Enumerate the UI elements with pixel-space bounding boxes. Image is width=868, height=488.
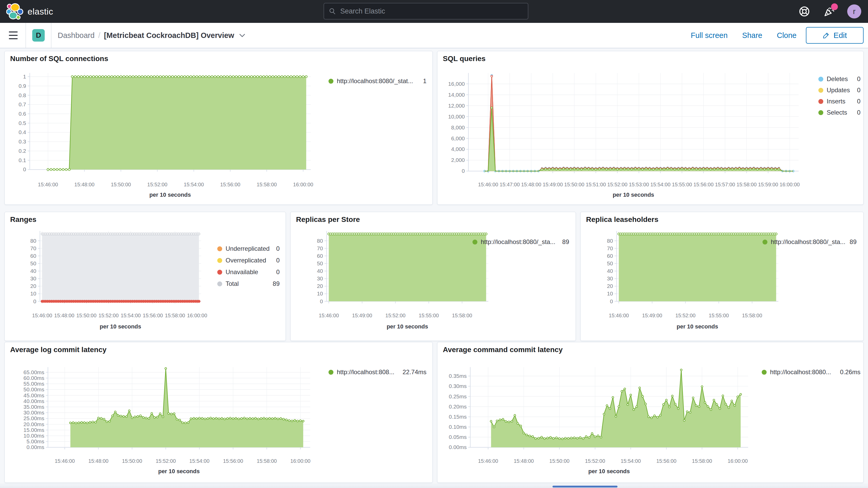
pencil-icon [823, 32, 830, 39]
legend-swatch [762, 370, 767, 375]
svg-text:30: 30 [30, 275, 36, 281]
svg-text:35.00ms: 35.00ms [23, 404, 44, 410]
svg-text:0.20ms: 0.20ms [449, 403, 467, 409]
global-search[interactable] [323, 3, 528, 20]
legend-label: Unavailable [225, 268, 258, 276]
svg-text:15:52:00: 15:52:00 [675, 313, 696, 318]
legend-value: 0 [276, 245, 280, 252]
svg-text:15:58:00: 15:58:00 [737, 182, 757, 187]
panel-command-commit-latency: Average command commit latency 15:46:001… [437, 342, 864, 483]
clone-button[interactable]: Clone [777, 31, 797, 40]
share-button[interactable]: Share [742, 31, 762, 40]
svg-text:40: 40 [30, 268, 36, 274]
svg-text:0.5: 0.5 [19, 120, 26, 126]
legend-item[interactable]: http://localhost:8080/_sta...89 [472, 238, 569, 246]
svg-text:0.35ms: 0.35ms [449, 373, 467, 379]
legend-item[interactable]: Deletes0 [818, 75, 861, 83]
svg-text:per 10 seconds: per 10 seconds [149, 191, 191, 198]
legend-item[interactable]: Selects0 [818, 109, 861, 116]
legend-swatch [329, 370, 334, 375]
svg-text:16:00:00: 16:00:00 [780, 182, 800, 187]
svg-text:15:49:00: 15:49:00 [542, 182, 563, 187]
replicas-per-store-chart[interactable]: 15:46:0015:49:0015:52:0015:55:0015:58:00… [290, 212, 576, 341]
legend-item[interactable]: http://localhost:8080/_stat...1 [329, 77, 427, 85]
newsfeed-button[interactable] [822, 4, 836, 19]
legend-value: 0 [276, 257, 280, 264]
svg-text:50: 50 [30, 261, 36, 266]
svg-text:15:58:00: 15:58:00 [256, 182, 277, 187]
svg-text:16:00:00: 16:00:00 [187, 313, 207, 318]
sql-queries-chart[interactable]: 15:46:0015:47:0015:48:0015:49:0015:50:00… [437, 51, 863, 205]
legend-label: Updates [827, 87, 850, 94]
legend-item[interactable]: Inserts0 [818, 97, 861, 105]
svg-text:15:57:00: 15:57:00 [715, 182, 735, 187]
legend-label: http://localhost:8080/_stat... [337, 78, 413, 85]
search-input[interactable] [340, 7, 523, 16]
svg-text:60: 60 [317, 253, 323, 259]
legend-swatch [217, 270, 222, 275]
legend-item[interactable]: Total89 [217, 280, 280, 288]
legend-item[interactable]: Underreplicated0 [217, 245, 280, 252]
svg-text:20: 20 [317, 283, 323, 289]
legend-label: Inserts [827, 98, 845, 105]
user-avatar[interactable]: r [847, 4, 861, 19]
elastic-logo[interactable]: elastic [6, 3, 53, 20]
legend-label: http://localhost:8080... [770, 368, 831, 376]
svg-text:15:46:00: 15:46:00 [609, 313, 629, 318]
search-icon [329, 7, 336, 15]
svg-text:15:54:00: 15:54:00 [184, 182, 204, 187]
svg-text:15:49:00: 15:49:00 [642, 313, 662, 318]
svg-text:25.00ms: 25.00ms [23, 415, 44, 421]
svg-text:15.00ms: 15.00ms [23, 427, 44, 433]
dashboard-app-badge: D [32, 29, 45, 41]
command-commit-latency-chart[interactable]: 15:46:0015:48:0015:50:0015:52:0015:54:00… [437, 342, 863, 483]
svg-text:15:56:00: 15:56:00 [143, 313, 163, 318]
svg-text:15:46:00: 15:46:00 [38, 182, 58, 187]
legend-item[interactable]: Updates0 [818, 86, 861, 94]
svg-text:70: 70 [317, 245, 323, 251]
edit-button[interactable]: Edit [806, 27, 864, 44]
svg-text:70: 70 [30, 245, 36, 251]
legend-item[interactable]: Unavailable0 [217, 268, 280, 276]
edit-button-label: Edit [833, 31, 847, 40]
svg-text:16:00:00: 16:00:00 [728, 458, 748, 464]
svg-text:15:50:00: 15:50:00 [76, 313, 96, 318]
svg-text:per 10 seconds: per 10 seconds [387, 323, 428, 330]
svg-text:15:56:00: 15:56:00 [693, 182, 714, 187]
log-commit-latency-chart[interactable]: 15:46:0015:48:0015:50:0015:52:0015:54:00… [5, 342, 432, 483]
svg-text:15:48:00: 15:48:00 [514, 458, 534, 464]
legend-label: http://localhost:8080/_sta... [481, 238, 555, 246]
legend-item[interactable]: http://localhost:8080...0.26ms [762, 368, 861, 376]
ranges-chart[interactable]: 15:46:0015:48:0015:50:0015:52:0015:54:00… [5, 212, 286, 341]
legend-item[interactable]: Overreplicated0 [217, 256, 280, 264]
svg-text:15:52:00: 15:52:00 [156, 458, 176, 464]
svg-text:15:58:00: 15:58:00 [692, 458, 712, 464]
legend-value: 0 [857, 98, 861, 105]
sql-connections-chart[interactable]: 15:46:0015:48:0015:50:0015:52:0015:54:00… [5, 51, 432, 205]
svg-text:0.05ms: 0.05ms [449, 434, 467, 440]
legend-label: Total [225, 280, 239, 287]
panel-replicas-per-store: Replicas per Store 15:46:0015:49:0015:52… [290, 212, 576, 341]
legend-item[interactable]: http://localhost:8080/_sta...89 [763, 238, 857, 246]
svg-text:30.00ms: 30.00ms [23, 409, 44, 416]
menu-button[interactable] [9, 31, 18, 39]
svg-text:0: 0 [33, 298, 36, 304]
legend-swatch [818, 110, 823, 115]
legend-value: 1 [423, 78, 427, 85]
legend-item[interactable]: http://localhost:808...22.74ms [329, 368, 427, 376]
dashboard-toolbar: D Dashboard / [Metricbeat CockroachDB] O… [0, 23, 868, 48]
full-screen-button[interactable]: Full screen [691, 31, 728, 40]
svg-text:16:00:00: 16:00:00 [293, 182, 313, 187]
svg-text:15:56:00: 15:56:00 [220, 182, 240, 187]
svg-text:15:54:00: 15:54:00 [121, 313, 141, 318]
breadcrumb: Dashboard / [Metricbeat CockroachDB] Ove… [58, 31, 246, 40]
legend-value: 0 [857, 109, 861, 116]
chevron-down-icon[interactable] [239, 33, 246, 38]
avatar-initial: r [853, 7, 856, 16]
badge-letter: D [36, 31, 41, 39]
replica-leaseholders-chart[interactable]: 15:46:0015:49:0015:52:0015:55:0015:58:00… [581, 212, 863, 341]
svg-text:15:48:00: 15:48:00 [74, 182, 95, 187]
breadcrumb-dashboard-link[interactable]: Dashboard [58, 31, 95, 40]
help-button[interactable] [797, 4, 811, 19]
svg-text:0.4: 0.4 [19, 129, 26, 135]
